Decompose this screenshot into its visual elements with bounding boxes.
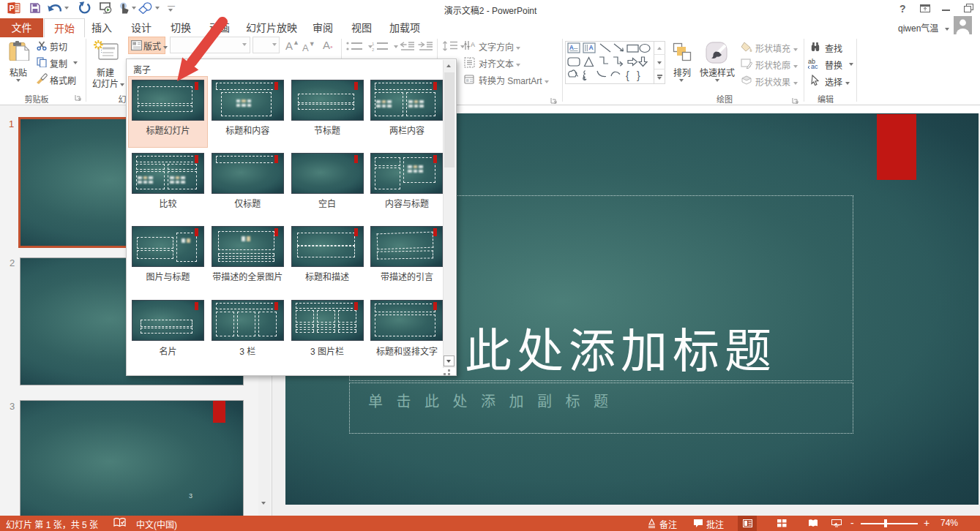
svg-text:A: A [471, 41, 475, 48]
svg-text:2: 2 [372, 48, 375, 52]
svg-text:A: A [569, 44, 574, 51]
svg-text:ac: ac [811, 63, 818, 69]
svg-text:1: 1 [372, 42, 375, 46]
svg-text:P: P [10, 4, 15, 12]
svg-text:{: { [626, 69, 629, 81]
svg-text:A: A [589, 44, 594, 51]
svg-text:}: } [637, 69, 640, 81]
